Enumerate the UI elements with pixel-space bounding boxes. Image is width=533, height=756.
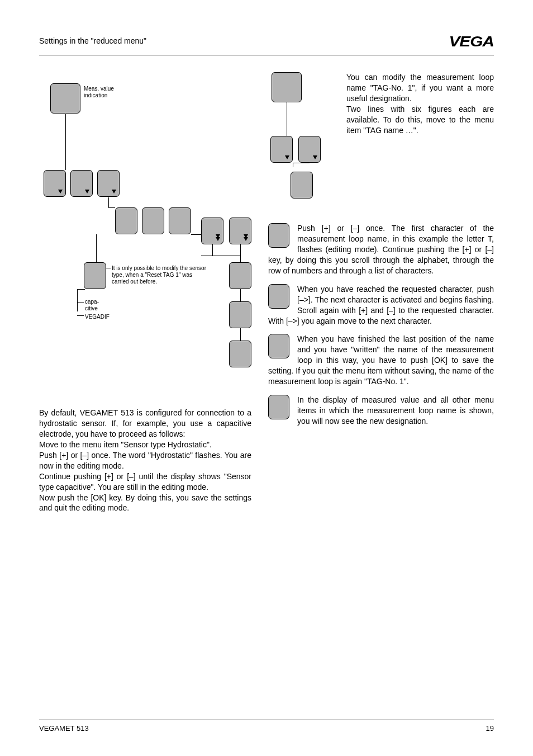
label-vegadif: VEGADIF [85, 314, 110, 320]
header-title: Settings in the "reduced menu" [39, 36, 146, 47]
left-para-4: Continue pushing [+] or [–] until the di… [39, 471, 251, 493]
label-sensor-note: It is only possible to modify the sensor… [112, 265, 207, 285]
right-intro: You can modify the measurement loop name… [346, 72, 494, 135]
label-capacitive: capa- citive [85, 299, 99, 312]
flow-node [115, 207, 137, 234]
step-4: In the display of measured value and all… [268, 395, 494, 427]
flow-node [229, 262, 251, 289]
flow-node [270, 136, 293, 163]
right-flowchart [268, 72, 335, 195]
display-icon [268, 284, 289, 309]
flow-node [84, 262, 106, 289]
flow-node [201, 218, 223, 244]
step-4-text: In the display of measured value and all… [268, 395, 494, 427]
left-flowchart: Meas. value indication [39, 72, 251, 385]
flow-node [70, 170, 93, 197]
vega-logo: VEGA [449, 31, 494, 51]
display-icon [268, 395, 289, 419]
left-para-1: By default, VEGAMET 513 is configured fo… [39, 408, 251, 440]
page-header: Settings in the "reduced menu" VEGA [39, 31, 494, 55]
display-icon [268, 334, 289, 358]
step-3: When you have finished the last position… [268, 334, 494, 386]
step-1-text: Push [+] or [–] once. The first characte… [268, 223, 494, 276]
step-3-text: When you have finished the last position… [268, 334, 494, 386]
step-2: When you have reached the requested char… [268, 284, 494, 327]
step-2-text: When you have reached the requested char… [268, 284, 494, 327]
flow-node [169, 207, 191, 234]
flow-node [44, 170, 66, 197]
flow-node [97, 170, 120, 197]
flow-node [272, 72, 302, 102]
display-icon [268, 223, 289, 248]
flow-node [298, 136, 321, 163]
flow-node [229, 301, 251, 328]
left-para-5: Now push the [OK] key. By doing this, yo… [39, 493, 251, 514]
footer-product: VEGAMET 513 [39, 724, 89, 734]
page-footer: VEGAMET 513 19 [39, 720, 494, 734]
flow-node [291, 172, 313, 199]
flow-node [142, 207, 164, 234]
flow-node-meas-value [50, 83, 80, 114]
flow-node [229, 341, 251, 367]
left-para-3: Push [+] or [–] once. The word "Hydrosta… [39, 450, 251, 471]
flow-node [229, 218, 251, 244]
label-meas-value: Meas. value indication [84, 86, 129, 99]
left-para-2: Move to the menu item "Sensor type Hydro… [39, 440, 251, 450]
step-1: Push [+] or [–] once. The first characte… [268, 223, 494, 276]
footer-page-number: 19 [486, 724, 494, 734]
